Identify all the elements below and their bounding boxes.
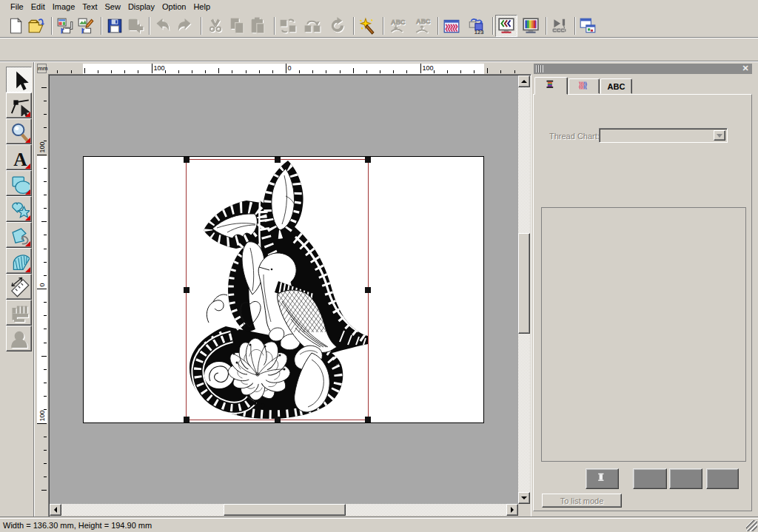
tool-shapes[interactable] <box>6 170 32 196</box>
rotate-icon <box>329 17 346 35</box>
copy-button[interactable] <box>227 15 249 37</box>
export-button[interactable] <box>124 15 147 37</box>
menu-help[interactable]: Help <box>190 1 214 13</box>
copy-icon <box>229 17 246 35</box>
selection-handle[interactable] <box>365 157 371 163</box>
flyout-indicator-icon <box>25 164 30 169</box>
flip-vertical-button[interactable] <box>301 15 323 37</box>
svg-text:100: 100 <box>423 64 434 72</box>
menu-image[interactable]: Image <box>49 1 79 13</box>
redo-button[interactable] <box>173 15 195 37</box>
tool-measure[interactable] <box>6 274 32 300</box>
flip-h-icon <box>279 17 297 35</box>
thread-button-button[interactable] <box>586 468 619 489</box>
selection-handle[interactable] <box>184 157 190 163</box>
flyout-indicator-icon <box>25 112 30 117</box>
stitch-view-button[interactable] <box>495 15 517 37</box>
flip-horizontal-button[interactable] <box>277 15 299 37</box>
text-down-icon: ABCABC <box>388 17 406 35</box>
svg-text:100: 100 <box>154 64 165 72</box>
cut-icon <box>207 17 224 35</box>
tool-stitch-block[interactable] <box>6 248 32 274</box>
edit-image-button[interactable] <box>75 15 97 37</box>
sewing-attributes-panel: ✕ Thread Chart: To list mode ABC <box>532 62 758 517</box>
horizontal-scrollbar[interactable] <box>50 504 518 516</box>
tool-outline-shapes[interactable] <box>6 196 32 222</box>
auto-punch-button[interactable] <box>355 15 378 37</box>
thread-chart-combobox[interactable] <box>599 128 728 143</box>
text-arch-button[interactable]: ABCABC <box>411 15 433 37</box>
design-property-button[interactable]: 123 <box>465 15 487 37</box>
menu-display[interactable]: Display <box>124 1 158 13</box>
undo-button[interactable] <box>152 15 174 37</box>
selection-box[interactable] <box>186 159 369 420</box>
tool-text[interactable]: A <box>6 144 32 170</box>
tool-sew-setting[interactable] <box>6 300 32 326</box>
swatch-3-button[interactable] <box>669 468 702 489</box>
paste-icon <box>249 17 267 35</box>
selection-handle[interactable] <box>275 157 281 163</box>
svg-text:123: 123 <box>474 29 484 35</box>
tool-manual-punch[interactable] <box>6 222 32 248</box>
to-list-mode-button[interactable]: To list mode <box>542 494 622 508</box>
vertical-ruler: 1000100 <box>37 75 47 504</box>
open-button[interactable] <box>25 15 47 37</box>
selection-handle[interactable] <box>184 417 190 422</box>
selection-handle[interactable] <box>365 287 371 293</box>
combobox-dropdown-button[interactable] <box>714 130 725 141</box>
menu-text[interactable]: Text <box>78 1 101 13</box>
tool-stamp[interactable] <box>6 326 32 351</box>
sewing-order-button[interactable] <box>549 15 571 37</box>
vertical-scroll-thumb[interactable] <box>518 233 530 334</box>
tab-thread-color[interactable] <box>534 77 568 95</box>
cut-button[interactable] <box>204 15 227 37</box>
scroll-left-button[interactable] <box>50 504 61 516</box>
stitch-pattern-icon <box>578 81 590 92</box>
realistic-view-button[interactable] <box>520 15 542 37</box>
panel-title-bar[interactable]: ✕ <box>534 64 752 74</box>
resize-grip-icon[interactable] <box>746 520 757 531</box>
thread-color-list[interactable] <box>541 207 746 462</box>
layout-window-button[interactable] <box>577 15 599 37</box>
selection-handle[interactable] <box>365 417 371 422</box>
status-bar-divider <box>0 516 758 517</box>
horizontal-scroll-thumb[interactable] <box>224 504 346 516</box>
ruler-unit-box: mm <box>37 64 47 73</box>
tool-point-edit[interactable] <box>6 92 32 118</box>
tab-sewing-attribute[interactable] <box>568 78 600 94</box>
scroll-up-button[interactable] <box>518 75 530 87</box>
tool-select[interactable] <box>6 67 32 92</box>
save-icon <box>106 17 124 35</box>
paste-button[interactable] <box>247 15 269 37</box>
selection-handle[interactable] <box>184 287 190 293</box>
menu-file[interactable]: File <box>7 1 27 13</box>
flyout-indicator-icon <box>25 138 30 143</box>
text-fit-button[interactable]: ABCABC <box>386 15 408 37</box>
toolbar-separator <box>51 17 53 35</box>
menu-sew[interactable]: Sew <box>101 1 124 13</box>
sewing-attributes-button[interactable] <box>440 15 463 37</box>
export-icon <box>127 17 144 35</box>
menu-edit[interactable]: Edit <box>27 1 49 13</box>
status-bar: Width = 136.30 mm, Height = 194.90 mm <box>0 518 758 532</box>
tab-text-attribute[interactable]: ABC <box>600 78 632 94</box>
svg-text:0: 0 <box>38 283 46 286</box>
image-to-stitch-button[interactable] <box>54 15 76 37</box>
design-canvas[interactable] <box>50 75 518 504</box>
rotate-button[interactable] <box>326 15 349 37</box>
scroll-right-button[interactable] <box>506 504 518 516</box>
tool-zoom[interactable] <box>6 118 32 144</box>
selection-handle[interactable] <box>275 417 281 422</box>
application-window: FileEditImageTextSewDisplayOptionHelp AB… <box>0 0 758 532</box>
flyout-indicator-icon <box>25 189 30 195</box>
panel-close-icon[interactable]: ✕ <box>741 64 750 73</box>
save-button[interactable] <box>104 15 126 37</box>
menu-option[interactable]: Option <box>158 1 190 13</box>
new-button[interactable] <box>4 15 27 37</box>
scroll-down-button[interactable] <box>518 492 530 504</box>
swatch-2-button[interactable] <box>633 468 667 489</box>
vertical-scrollbar[interactable] <box>518 75 530 504</box>
stitch-view-icon <box>497 17 515 35</box>
magic-wand-icon <box>358 17 375 35</box>
swatch-4-button[interactable] <box>706 468 739 489</box>
